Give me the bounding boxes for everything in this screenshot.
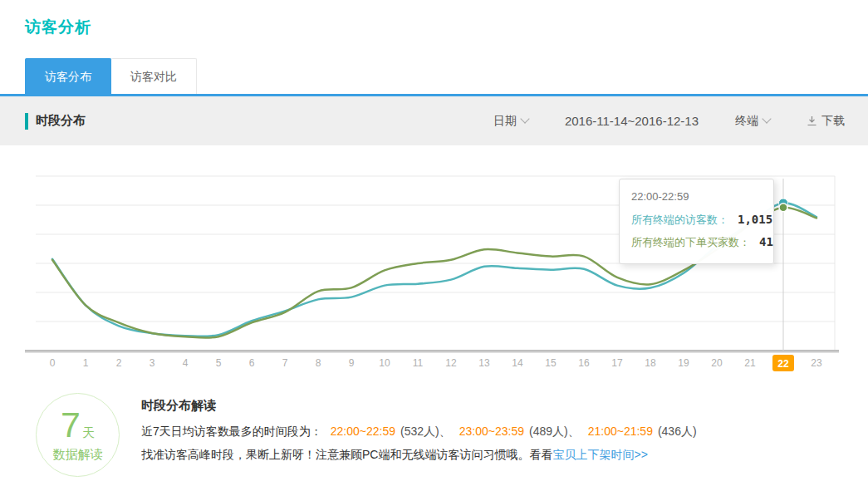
peak-count: (489人) <box>529 425 568 438</box>
peaks-prefix: 近7天日均访客数最多的时间段为： <box>141 425 322 438</box>
x-tick-label: 9 <box>349 357 355 369</box>
download-button[interactable]: 下载 <box>807 114 845 129</box>
x-tick-label: 17 <box>611 357 623 369</box>
seven-day-badge: 7天 数据解读 <box>36 393 120 477</box>
date-dropdown-label: 日期 <box>493 114 517 127</box>
x-tick-label: 16 <box>578 357 590 369</box>
page-title: 访客分析 <box>25 17 868 38</box>
tooltip-visitors-label: 所有终端的访客数： <box>631 214 728 226</box>
tooltip-buyers-value: 41 <box>759 235 773 248</box>
tooltip-buyers-label: 所有终端的下单买家数： <box>631 236 750 248</box>
x-tick-label: 10 <box>379 357 390 369</box>
peak-count: (436人) <box>658 425 697 438</box>
x-tick-label: 21 <box>744 357 756 369</box>
peak-separator: 、 <box>568 425 580 438</box>
x-tick-label: 1 <box>83 357 89 369</box>
insight-heading: 时段分布解读 <box>141 398 697 414</box>
x-tick-label: 18 <box>645 357 656 369</box>
chevron-down-icon <box>520 114 529 123</box>
x-tick-label: 20 <box>711 357 723 369</box>
x-tick-label: 13 <box>478 357 490 369</box>
tooltip-buyers-row: 所有终端的下单买家数：41 <box>631 231 762 253</box>
badge-caption: 数据解读 <box>53 447 103 463</box>
x-tick-label: 2 <box>116 357 122 369</box>
x-tick-label: 23 <box>811 357 822 369</box>
advice-text: 找准访客高峰时段，果断上新呀！注意兼顾PC端和无线端访客访问习惯哦。看看 <box>141 448 552 461</box>
tooltip-visitors-value: 1,015 <box>738 213 772 226</box>
section-title: 时段分布 <box>36 113 86 129</box>
x-tick-label: 4 <box>183 357 189 369</box>
date-range-value[interactable]: 2016-11-14~2016-12-13 <box>565 114 699 128</box>
x-tick-label: 5 <box>216 357 222 369</box>
section-header: 时段分布 日期 2016-11-14~2016-12-13 终端 下载 <box>0 96 868 145</box>
page-header: 访客分析 <box>0 0 868 58</box>
x-tick-label: 19 <box>678 357 689 369</box>
insight-peaks-line: 近7天日均访客数最多的时间段为：22:00~22:59(532人)、23:00~… <box>141 420 697 443</box>
tab-visitor-compare[interactable]: 访客对比 <box>111 58 197 94</box>
peak-time: 21:00~21:59 <box>588 425 653 438</box>
chevron-down-icon <box>762 114 771 123</box>
section-accent-bar <box>25 113 28 130</box>
peak-separator: 、 <box>439 425 451 438</box>
insight-advice-line: 找准访客高峰时段，果断上新呀！注意兼顾PC端和无线端访客访问习惯哦。看看宝贝上下… <box>141 443 697 466</box>
time-distribution-chart[interactable]: 01234567891011121314151617181920212223 2… <box>0 145 868 378</box>
x-tick-label: 15 <box>545 357 557 369</box>
insight-text: 时段分布解读 近7天日均访客数最多的时间段为：22:00~22:59(532人)… <box>141 398 697 466</box>
peak-time: 22:00~22:59 <box>331 425 395 438</box>
peak-count: (532人) <box>400 425 439 438</box>
badge-unit: 天 <box>82 425 95 441</box>
download-label: 下载 <box>821 114 845 129</box>
x-tick-label: 6 <box>249 357 255 369</box>
x-tick-label: 12 <box>445 357 457 369</box>
x-tick-label: 0 <box>50 357 56 369</box>
x-tick-label: 8 <box>316 357 321 369</box>
terminal-dropdown-label: 终端 <box>735 114 758 127</box>
x-tick-label: 7 <box>282 357 288 369</box>
visitor-analysis-page: 访客分析 访客分布 访客对比 时段分布 日期 2016-11-14~2016-1… <box>0 0 868 486</box>
x-tick-label: 11 <box>413 357 424 369</box>
x-tick-label-highlighted: 22 <box>777 358 789 370</box>
x-tick-label: 3 <box>150 357 155 369</box>
download-icon <box>807 115 817 126</box>
peaks-list: 22:00~22:59(532人)、23:00~23:59(489人)、21:0… <box>322 425 697 438</box>
tooltip-time: 22:00-22:59 <box>631 188 762 206</box>
peak-time: 23:00~23:59 <box>459 425 524 438</box>
tab-visitor-distribution[interactable]: 访客分布 <box>25 58 111 94</box>
badge-top-line: 7天 <box>61 407 95 443</box>
tabs-bar: 访客分布 访客对比 <box>0 58 868 96</box>
x-tick-label: 14 <box>512 357 523 369</box>
highlight-dot-buyers <box>779 204 787 212</box>
shelf-time-link[interactable]: 宝贝上下架时间>> <box>552 448 647 461</box>
chart-controls: 日期 2016-11-14~2016-12-13 终端 下载 <box>493 114 845 129</box>
date-dropdown[interactable]: 日期 <box>493 114 528 129</box>
tooltip-visitors-row: 所有终端的访客数：1,015 <box>631 209 762 231</box>
terminal-dropdown[interactable]: 终端 <box>735 114 770 129</box>
chart-tooltip: 22:00-22:59 所有终端的访客数：1,015 所有终端的下单买家数：41 <box>619 179 774 264</box>
insight-section: 7天 数据解读 时段分布解读 近7天日均访客数最多的时间段为：22:00~22:… <box>0 378 868 486</box>
badge-number: 7 <box>61 407 81 443</box>
